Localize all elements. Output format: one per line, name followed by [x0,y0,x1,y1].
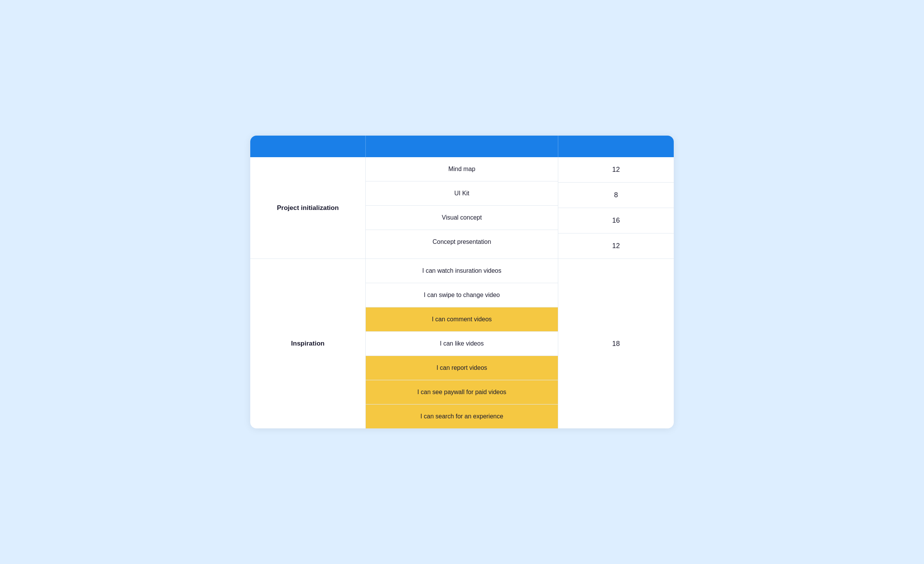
story-cell: I can comment videos [366,307,558,332]
story-cell: I can see paywall for paid videos [366,380,558,405]
story-cell: I can watch insuration videos [366,259,558,283]
header-estimation [558,136,674,157]
story-cell: I can like videos [366,332,558,356]
main-table: Project initializationMind mapUI KitVisu… [250,136,674,428]
section-inspiration: InspirationI can watch insuration videos… [250,258,674,428]
estimation-value: 12 [558,233,674,258]
story-cell: I can report videos [366,356,558,380]
story-cell: Concept presentation [366,230,558,254]
section-label-project-initialization: Project initialization [250,157,366,258]
story-cell: Mind map [366,157,558,181]
table-body: Project initializationMind mapUI KitVisu… [250,157,674,428]
story-cell: I can swipe to change video [366,283,558,307]
stories-col-inspiration: I can watch insuration videosI can swipe… [366,259,558,428]
estimation-value: 12 [558,157,674,183]
table-header [250,136,674,157]
story-cell: Visual concept [366,206,558,230]
header-flow [250,136,366,157]
estimation-value: 16 [558,208,674,233]
section-label-inspiration: Inspiration [250,259,366,428]
story-cell: I can search for an experience [366,405,558,428]
story-cell: UI Kit [366,181,558,206]
stories-col-project-initialization: Mind mapUI KitVisual conceptConcept pres… [366,157,558,258]
estimation-col-project-initialization: 1281612 [558,157,674,258]
estimation-value: 8 [558,183,674,208]
header-user-stories [366,136,558,157]
estimation-col-inspiration: 18 [558,259,674,428]
section-project-initialization: Project initializationMind mapUI KitVisu… [250,157,674,258]
